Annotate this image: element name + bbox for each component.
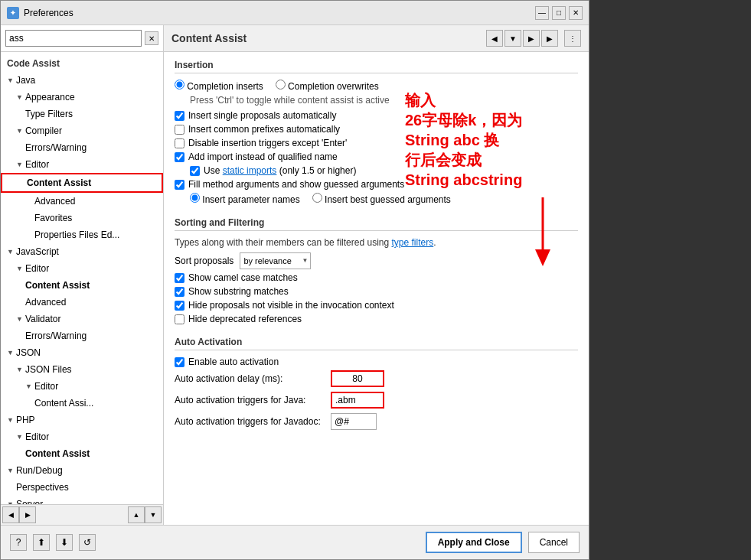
- java-trigger-input[interactable]: [331, 392, 384, 409]
- tree-item-content-assist-java[interactable]: Content Assist: [1, 173, 163, 193]
- tree-item-javascript[interactable]: ▼ JavaScript: [1, 243, 163, 260]
- tree-item-favorites[interactable]: Favorites: [1, 210, 163, 226]
- help-icon[interactable]: ?: [10, 534, 27, 551]
- fill-method-label[interactable]: Fill method arguments and show guessed a…: [188, 179, 404, 190]
- tree-item-editor[interactable]: ▼ Editor: [1, 156, 163, 173]
- type-filters-link[interactable]: type filters: [392, 237, 434, 248]
- tree-item-errors-warning-js[interactable]: Errors/Warning: [1, 327, 163, 344]
- expand-editor-php-icon: ▼: [16, 430, 23, 444]
- bottom-bar: ? ⬆ ⬇ ↺ Apply and Close Cancel: [1, 525, 589, 559]
- tree-item-json-files[interactable]: ▼ JSON Files: [1, 361, 163, 378]
- tree-item-appearance[interactable]: ▼ Appearance: [1, 89, 163, 106]
- insert-best-guessed-radio[interactable]: [312, 193, 322, 203]
- static-imports-checkbox[interactable]: [190, 166, 200, 176]
- tree-item-php[interactable]: ▼ PHP: [1, 412, 163, 428]
- expand-validator-icon: ▼: [16, 312, 23, 326]
- tree-item-content-assist-js[interactable]: Content Assist: [1, 277, 163, 294]
- insert-best-guessed-label[interactable]: Insert best guessed arguments: [312, 193, 451, 205]
- camel-case-label[interactable]: Show camel case matches: [188, 272, 298, 283]
- hide-invisible-label[interactable]: Hide proposals not visible in the invoca…: [188, 300, 394, 311]
- insert-param-names-radio[interactable]: [190, 193, 200, 203]
- nav-menu-button[interactable]: ⋮: [564, 30, 581, 47]
- tree-item-json[interactable]: ▼ JSON: [1, 344, 163, 361]
- tree-item-errors-warning[interactable]: Errors/Warning: [1, 139, 163, 156]
- java-trigger-label: Auto activation triggers for Java:: [175, 395, 328, 405]
- tree-item-type-filters[interactable]: Type Filters: [1, 106, 163, 122]
- tree-item-editor-json[interactable]: ▼ Editor: [1, 378, 163, 395]
- tree-item-advanced[interactable]: Advanced: [1, 193, 163, 210]
- enable-auto-activation-row: Enable auto activation: [175, 357, 578, 367]
- restore-icon[interactable]: ↺: [79, 534, 96, 551]
- fill-method-row: Fill method arguments and show guessed a…: [175, 179, 578, 190]
- nav-dropdown-button[interactable]: ▼: [504, 30, 521, 47]
- import-icon[interactable]: ⬆: [33, 534, 50, 551]
- tree-item-run-debug[interactable]: ▼ Run/Debug: [1, 462, 163, 479]
- right-panel-title: Content Assist: [171, 32, 247, 44]
- tree-item-content-assist-php[interactable]: Content Assist: [1, 445, 163, 462]
- substring-checkbox[interactable]: [175, 287, 184, 297]
- tree-back-button[interactable]: ◀: [2, 506, 19, 523]
- tree-item-java[interactable]: ▼ Java: [1, 72, 163, 89]
- delay-input[interactable]: [331, 370, 384, 387]
- javadoc-trigger-row: Auto activation triggers for Javadoc:: [175, 413, 578, 430]
- java-trigger-row: Auto activation triggers for Java:: [175, 392, 578, 409]
- disable-triggers-checkbox[interactable]: [175, 138, 184, 148]
- enable-auto-activation-label[interactable]: Enable auto activation: [188, 357, 279, 367]
- cancel-button[interactable]: Cancel: [528, 532, 580, 553]
- expand-json-icon: ▼: [7, 346, 14, 360]
- search-input[interactable]: [5, 30, 142, 47]
- javadoc-trigger-input[interactable]: [331, 413, 377, 430]
- hide-invisible-checkbox[interactable]: [175, 301, 184, 311]
- single-proposals-label[interactable]: Insert single proposals automatically: [188, 110, 336, 121]
- minimize-button[interactable]: —: [535, 6, 549, 20]
- title-bar: ✦ Preferences — □ ✕: [1, 1, 589, 25]
- maximize-button[interactable]: □: [552, 6, 566, 20]
- single-proposals-checkbox[interactable]: [175, 111, 184, 121]
- completion-inserts-label[interactable]: Completion inserts: [175, 80, 263, 92]
- completion-overwrites-label[interactable]: Completion overwrites: [276, 80, 379, 92]
- nav-forward2-button[interactable]: ▶: [541, 30, 558, 47]
- tree-item-compiler[interactable]: ▼ Compiler: [1, 122, 163, 139]
- tree-item-properties-files[interactable]: Properties Files Ed...: [1, 226, 163, 243]
- tree-item-editor-js[interactable]: ▼ Editor: [1, 260, 163, 277]
- common-prefixes-label[interactable]: Insert common prefixes automatically: [188, 124, 340, 135]
- hide-deprecated-label[interactable]: Hide deprecated references: [188, 314, 302, 324]
- insert-param-names-label[interactable]: Insert parameter names: [190, 193, 300, 205]
- search-bar: ✕: [1, 25, 163, 52]
- tree-item-server[interactable]: ▼ Server: [1, 496, 163, 504]
- static-imports-link[interactable]: static imports: [223, 165, 277, 176]
- completion-overwrites-radio[interactable]: [276, 80, 286, 90]
- enable-auto-activation-checkbox[interactable]: [175, 357, 184, 367]
- search-clear-button[interactable]: ✕: [145, 31, 158, 45]
- completion-inserts-radio[interactable]: [175, 80, 184, 90]
- tree-item-editor-php[interactable]: ▼ Editor: [1, 428, 163, 445]
- common-prefixes-checkbox[interactable]: [175, 125, 184, 135]
- apply-close-button[interactable]: Apply and Close: [426, 532, 522, 553]
- camel-case-checkbox[interactable]: [175, 273, 184, 283]
- camel-case-row: Show camel case matches: [175, 272, 578, 283]
- disable-triggers-label[interactable]: Disable insertion triggers except 'Enter…: [188, 138, 347, 148]
- nav-back-button[interactable]: ◀: [486, 30, 503, 47]
- nav-forward-button[interactable]: ▶: [523, 30, 540, 47]
- tree-forward-button[interactable]: ▶: [19, 506, 36, 523]
- close-button[interactable]: ✕: [569, 6, 583, 20]
- window-icon: ✦: [7, 7, 19, 19]
- fill-method-checkbox[interactable]: [175, 180, 184, 190]
- substring-label[interactable]: Show substring matches: [188, 286, 289, 297]
- preferences-window: ✦ Preferences — □ ✕ ✕ Code Assist ▼: [0, 0, 589, 560]
- tree-expand-button[interactable]: ▼: [145, 506, 162, 523]
- left-panel: ✕ Code Assist ▼ Java ▼ Appearance: [1, 25, 164, 525]
- add-import-label[interactable]: Add import instead of qualified name: [188, 151, 338, 162]
- hide-deprecated-checkbox[interactable]: [175, 314, 184, 324]
- tree-item-advanced-js[interactable]: Advanced: [1, 294, 163, 311]
- add-import-checkbox[interactable]: [175, 152, 184, 162]
- sort-dropdown[interactable]: by relevance alphabetically: [240, 252, 311, 269]
- hide-invisible-row: Hide proposals not visible in the invoca…: [175, 300, 578, 311]
- tree-item-perspectives[interactable]: Perspectives: [1, 479, 163, 496]
- tree-item-validator[interactable]: ▼ Validator: [1, 311, 163, 327]
- tree-item-content-assist-json[interactable]: Content Assi...: [1, 395, 163, 412]
- delay-row: Auto activation delay (ms):: [175, 370, 578, 387]
- tree-collapse-button[interactable]: ▲: [128, 506, 145, 523]
- tree-item-code-assist[interactable]: Code Assist: [1, 55, 163, 72]
- export-icon[interactable]: ⬇: [56, 534, 73, 551]
